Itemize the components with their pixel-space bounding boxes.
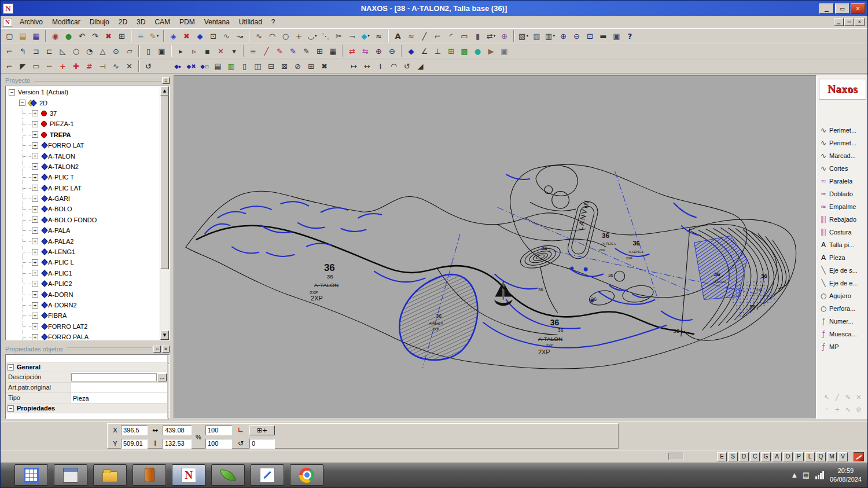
- property-value[interactable]: Pieza: [71, 395, 89, 402]
- circle-button[interactable]: ○: [279, 30, 292, 42]
- expand-icon[interactable]: +: [32, 270, 38, 276]
- tool-rebajado[interactable]: ‖|Rebajado: [819, 213, 866, 226]
- browse-button[interactable]: ...: [157, 373, 167, 381]
- expand-icon[interactable]: +: [32, 217, 38, 223]
- measure-angle-button[interactable]: ∠: [418, 45, 431, 57]
- tree-item-a-bolo[interactable]: +A-BOLO: [7, 204, 160, 214]
- menu-ventana[interactable]: Ventana: [200, 17, 234, 27]
- tree-item-forro-pala[interactable]: +FORRO PALA: [7, 332, 160, 340]
- triangle-button[interactable]: △: [96, 45, 109, 57]
- target-button[interactable]: ⊕: [498, 30, 511, 42]
- printer-button[interactable]: ▣: [610, 30, 623, 42]
- zoom-out-button[interactable]: ⊖: [570, 30, 583, 42]
- scroll-up-icon[interactable]: ▲: [168, 355, 170, 364]
- quick-key-m[interactable]: M: [827, 452, 837, 461]
- magnify-out-button[interactable]: ⊖: [385, 45, 399, 57]
- redo-button[interactable]: ↷: [89, 30, 102, 42]
- expand-icon[interactable]: +: [32, 185, 38, 191]
- clock[interactable]: 20:59 06/08/2024: [830, 467, 862, 484]
- collapse-icon[interactable]: −: [19, 100, 25, 106]
- width-measure-button[interactable]: ↔: [361, 60, 374, 72]
- expand-icon[interactable]: +: [32, 174, 38, 181]
- slope-measure-button[interactable]: ◢: [414, 60, 427, 72]
- tree-item-fibra[interactable]: +FIBRA: [7, 310, 160, 321]
- scroll-down-icon[interactable]: ▼: [160, 331, 169, 340]
- undo-button[interactable]: ↶: [75, 30, 89, 42]
- paste-button[interactable]: ▣: [155, 45, 168, 57]
- expand-icon[interactable]: +: [32, 334, 38, 340]
- grid-button[interactable]: ⊞: [115, 30, 128, 42]
- shade-button[interactable]: ▨: [530, 30, 543, 42]
- height-measure-button[interactable]: Ⅰ: [374, 60, 387, 72]
- tool-perfora-[interactable]: ○Perfora...: [819, 302, 866, 315]
- stop-button[interactable]: ✕: [214, 45, 227, 57]
- step-button[interactable]: ▹: [187, 45, 201, 57]
- text-button[interactable]: A: [391, 30, 404, 42]
- open-button[interactable]: ▤: [16, 30, 30, 42]
- wave-edit-button[interactable]: ∿: [109, 60, 123, 72]
- tool-costura[interactable]: ‖|Costura: [819, 226, 866, 239]
- tree-item-a-plic1[interactable]: +A-PLIC1: [7, 268, 160, 278]
- delete-x-button[interactable]: ✕: [123, 60, 136, 72]
- tool-talla-pi-[interactable]: ATalla pi...: [819, 239, 866, 251]
- expand-icon[interactable]: +: [32, 153, 38, 159]
- add-point-button[interactable]: +: [56, 60, 69, 72]
- taskbar-folder-button[interactable]: [93, 464, 127, 486]
- arc-button[interactable]: ◠: [266, 30, 279, 42]
- tree-item-a-plic-lat[interactable]: +A-PLIC LAT: [7, 183, 160, 193]
- play-button[interactable]: ▸: [174, 45, 187, 57]
- exchange-button[interactable]: ⇆: [359, 45, 372, 57]
- piece-delete-button[interactable]: ◆✖: [185, 60, 198, 72]
- dock-icon[interactable]: ▫: [162, 77, 170, 84]
- tree-item-a-plic-l[interactable]: +A-PLIC L: [7, 257, 160, 267]
- piece-box-button[interactable]: ◆▫: [198, 60, 211, 72]
- properties-scrollbar[interactable]: ▲ ▼: [167, 355, 170, 419]
- rotate-icon[interactable]: ↺: [234, 439, 247, 447]
- tree-item-trepa[interactable]: +TREPA: [7, 130, 160, 140]
- descripcion-input[interactable]: [71, 373, 157, 381]
- menu--[interactable]: ?: [267, 17, 280, 27]
- taskbar-file-manager-button[interactable]: [54, 464, 87, 486]
- menu-pdm[interactable]: PDM: [175, 17, 200, 27]
- expand-icon[interactable]: +: [32, 196, 38, 202]
- table-button[interactable]: ▦: [326, 45, 340, 57]
- polyline-button[interactable]: ⋱: [319, 30, 332, 42]
- expand-icon[interactable]: +: [32, 163, 38, 170]
- quick-key-v[interactable]: V: [838, 452, 848, 461]
- expand-icon[interactable]: +: [32, 291, 38, 298]
- quick-key-d[interactable]: D: [739, 452, 749, 461]
- tree-item-a-leng1[interactable]: +A-LENG1: [7, 247, 160, 257]
- quick-key-s[interactable]: S: [728, 452, 738, 461]
- tree-item-a-bolo-fondo[interactable]: +A-BOLO FONDO: [7, 215, 160, 225]
- bar-button[interactable]: ▮: [471, 30, 484, 42]
- quick-key-p[interactable]: P: [794, 452, 804, 461]
- zoom-y-field[interactable]: 100: [205, 439, 232, 449]
- parallelogram-button[interactable]: ▱: [123, 45, 136, 57]
- restore-button[interactable]: ▭: [835, 3, 849, 14]
- move-points-button[interactable]: ◈: [167, 30, 180, 42]
- flatten-button[interactable]: ⊞: [444, 45, 458, 57]
- menu-2d[interactable]: 2D: [114, 17, 132, 27]
- swap-button[interactable]: ⇄: [345, 45, 359, 57]
- menu-archivo[interactable]: Archivo: [15, 17, 47, 27]
- close-button[interactable]: ✕: [851, 3, 865, 14]
- tool-perimet-[interactable]: ∿Perimet...: [819, 137, 866, 149]
- arc-corner-button[interactable]: ◜: [444, 30, 458, 42]
- tool-numer-[interactable]: ƒNumer...: [819, 315, 866, 328]
- piece-button[interactable]: ◆: [193, 30, 207, 42]
- forward-button[interactable]: ▶: [484, 45, 498, 57]
- sphere-button[interactable]: ●: [471, 45, 484, 57]
- rectangle-button[interactable]: ▭: [458, 30, 471, 42]
- tree-item-a-gari[interactable]: +A-GARI: [7, 193, 160, 204]
- app-icon[interactable]: N: [3, 3, 13, 14]
- collapse-icon[interactable]: −: [8, 405, 14, 412]
- tree-item-a-pala2[interactable]: +A-PALA2: [7, 236, 160, 246]
- collapse-button[interactable]: ⊟: [264, 60, 278, 72]
- tool-eje-de-s-[interactable]: ╲Eje de s...: [819, 264, 866, 277]
- panel-grip[interactable]: [34, 79, 161, 82]
- panel-last-button[interactable]: ▣: [498, 45, 511, 57]
- hidden-icons-arrow[interactable]: ▲: [792, 472, 797, 478]
- blank-sheet-button[interactable]: ▯: [238, 60, 251, 72]
- tree-item-a-dorn2[interactable]: +A-DORN2: [7, 300, 160, 310]
- extend-button[interactable]: ⊐: [30, 45, 43, 57]
